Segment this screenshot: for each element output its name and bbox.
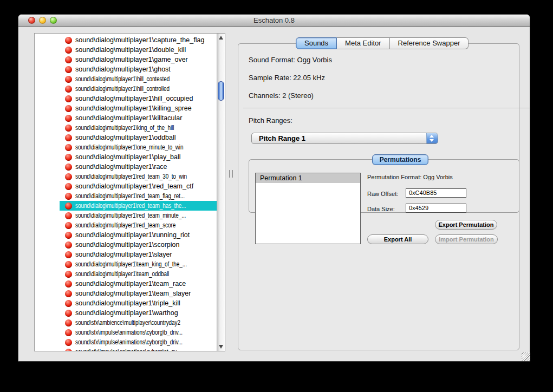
list-item-label: sound\dialog\multiplayer1\red_team_minut… bbox=[75, 212, 186, 219]
raw-offset-field[interactable]: 0xC40B85 bbox=[406, 188, 466, 198]
list-item-label: sound\dialog\multiplayer1\king_of_the_hi… bbox=[75, 124, 174, 132]
list-item[interactable]: sound\sfx\impulse\animations\cyborg\b_dr… bbox=[60, 328, 217, 337]
list-item-label: sound\dialog\multiplayer1\team_race bbox=[75, 280, 186, 288]
list-item[interactable]: sound\dialog\multiplayer1\ghost bbox=[60, 64, 217, 74]
red-dot-icon bbox=[65, 212, 72, 219]
list-item[interactable]: sound\dialog\multiplayer1\warthog bbox=[60, 308, 217, 318]
close-button[interactable] bbox=[28, 17, 35, 24]
list-item-label: sound\dialog\multiplayer1\play_ball bbox=[75, 153, 181, 161]
red-dot-icon bbox=[65, 193, 72, 200]
red-dot-icon bbox=[65, 339, 72, 346]
red-dot-icon bbox=[65, 280, 72, 288]
list-item[interactable]: sound\dialog\multiplayer1\scorpion bbox=[60, 240, 217, 250]
app-window: Eschaton 0.8 sound\dialog\multiplayer1\c… bbox=[18, 14, 530, 362]
list-item-label: sound\dialog\multiplayer1\red_team_30_to… bbox=[75, 173, 187, 180]
list-item[interactable]: sound\dialog\multiplayer1\triple_kill bbox=[60, 298, 217, 308]
list-item[interactable]: sound\dialog\multiplayer1\red_team_30_to… bbox=[60, 172, 217, 181]
list-item[interactable]: sound\dialog\multiplayer1\red_team_score bbox=[60, 220, 217, 230]
permutation-list: Permutation 1 bbox=[255, 173, 361, 244]
minimize-button[interactable] bbox=[39, 17, 46, 24]
separator-line bbox=[243, 108, 530, 108]
list-item[interactable]: sound\dialog\multiplayer1\team_king_of_t… bbox=[60, 259, 217, 269]
title-bar[interactable]: Eschaton 0.8 bbox=[18, 15, 530, 27]
list-item-label: sound\dialog\multiplayer1\team_slayer bbox=[75, 290, 191, 297]
list-item[interactable]: sound\dialog\multiplayer1\red_team_has_t… bbox=[60, 201, 217, 211]
list-item-label: sound\sfx\impulse\animations\cyborg\b_dr… bbox=[75, 329, 183, 336]
list-item[interactable]: sound\dialog\multiplayer1\red_team_flag_… bbox=[60, 191, 217, 201]
list-item[interactable]: sound\dialog\multiplayer1\capture_the_fl… bbox=[60, 35, 217, 45]
red-dot-icon bbox=[65, 115, 72, 122]
tab-meta-editor[interactable]: Meta Editor bbox=[337, 37, 389, 49]
permutation-list-item[interactable]: Permutation 1 bbox=[256, 173, 360, 183]
pitch-ranges-label: Pitch Ranges: bbox=[249, 116, 292, 125]
red-dot-icon bbox=[65, 37, 72, 44]
permutations-tab[interactable]: Permutations bbox=[372, 154, 428, 165]
list-item[interactable]: sound\dialog\multiplayer1\team_race bbox=[60, 279, 217, 289]
data-size-field[interactable]: 0x4529 bbox=[406, 204, 466, 213]
list-item[interactable]: sound\dialog\multiplayer1\red_team_ctf bbox=[60, 181, 217, 191]
scroll-down-arrow-icon[interactable] bbox=[217, 343, 225, 350]
vertical-scrollbar[interactable] bbox=[217, 34, 225, 351]
tab-reference-swapper[interactable]: Reference Swapper bbox=[390, 37, 469, 49]
red-dot-icon bbox=[65, 47, 72, 54]
red-dot-icon bbox=[65, 173, 72, 180]
list-item[interactable]: sound\sfx\impulse\animations\cyborg\st_g… bbox=[60, 347, 217, 351]
red-dot-icon bbox=[65, 300, 72, 307]
list-item-label: sound\dialog\multiplayer1\hill_controlle… bbox=[75, 85, 170, 93]
list-item[interactable]: sound\dialog\multiplayer1\team_slayer bbox=[60, 289, 217, 298]
list-item-label: sound\sfx\impulse\animations\cyborg\st_g… bbox=[75, 348, 181, 351]
channels-text: Channels: 2 (Stereo) bbox=[249, 92, 314, 100]
tab-sounds[interactable]: Sounds bbox=[296, 37, 337, 49]
list-item-label: sound\dialog\multiplayer1\triple_kill bbox=[75, 299, 180, 307]
list-item[interactable]: sound\sfx\ambience\multiplayer\countryda… bbox=[60, 318, 217, 328]
export-all-button[interactable]: Export All bbox=[367, 234, 428, 244]
list-item-label: sound\dialog\multiplayer1\running_riot bbox=[75, 231, 190, 239]
list-item[interactable]: sound\dialog\multiplayer1\oddball bbox=[60, 133, 217, 142]
list-item-label: sound\dialog\multiplayer1\red_team_has_t… bbox=[75, 202, 186, 210]
list-item-label: sound\dialog\multiplayer1\red_team_ctf bbox=[75, 182, 193, 190]
window-resize-grip[interactable] bbox=[522, 352, 530, 361]
list-item[interactable]: sound\dialog\multiplayer1\hill_occupied bbox=[60, 94, 217, 103]
red-dot-icon bbox=[65, 329, 72, 336]
list-item[interactable]: sound\dialog\multiplayer1\hill_controlle… bbox=[60, 84, 217, 94]
list-item-label: sound\dialog\multiplayer1\warthog bbox=[75, 309, 178, 317]
red-dot-icon bbox=[65, 183, 72, 190]
list-item-label: sound\dialog\multiplayer1\one_minute_to_… bbox=[75, 143, 183, 151]
pane-splitter-handle[interactable] bbox=[229, 170, 233, 178]
list-item[interactable]: sound\dialog\multiplayer1\game_over bbox=[60, 55, 217, 64]
scroll-up-arrow-icon[interactable] bbox=[217, 34, 225, 42]
list-item[interactable]: sound\dialog\multiplayer1\slayer bbox=[60, 250, 217, 259]
list-item[interactable]: sound\dialog\multiplayer1\one_minute_to_… bbox=[60, 142, 217, 152]
list-item[interactable]: sound\dialog\multiplayer1\hill_contested bbox=[60, 74, 217, 84]
list-item[interactable]: sound\sfx\impulse\animations\cyborg\b_dr… bbox=[60, 337, 217, 347]
red-dot-icon bbox=[65, 125, 72, 132]
red-dot-icon bbox=[65, 76, 72, 83]
list-item[interactable]: sound\dialog\multiplayer1\red_team_minut… bbox=[60, 211, 217, 220]
list-item[interactable]: sound\dialog\multiplayer1\running_riot bbox=[60, 230, 217, 240]
scroll-thumb[interactable] bbox=[218, 81, 224, 101]
red-dot-icon bbox=[65, 290, 72, 297]
list-item[interactable]: sound\dialog\multiplayer1\king_of_the_hi… bbox=[60, 123, 217, 133]
list-item-label: sound\dialog\multiplayer1\killing_spree bbox=[75, 104, 192, 112]
zoom-button[interactable] bbox=[50, 17, 57, 24]
list-item[interactable]: sound\dialog\multiplayer1\race bbox=[60, 162, 217, 172]
list-item[interactable]: sound\dialog\multiplayer1\team_oddball bbox=[60, 269, 217, 279]
permutation-format-text: Permutation Format: Ogg Vorbis bbox=[367, 174, 453, 180]
list-item-label: sound\dialog\multiplayer1\hill_occupied bbox=[75, 95, 193, 102]
list-item-label: sound\dialog\multiplayer1\race bbox=[75, 163, 167, 171]
list-item[interactable]: sound\dialog\multiplayer1\killing_spree bbox=[60, 103, 217, 113]
red-dot-icon bbox=[65, 86, 72, 93]
list-item[interactable]: sound\dialog\multiplayer1\play_ball bbox=[60, 152, 217, 162]
export-permutation-button[interactable]: Export Permutation bbox=[435, 220, 497, 230]
red-dot-icon bbox=[65, 241, 72, 249]
list-item-label: sound\dialog\multiplayer1\killtacular bbox=[75, 114, 182, 122]
popup-arrows-icon bbox=[426, 133, 438, 143]
list-item[interactable]: sound\dialog\multiplayer1\double_kill bbox=[60, 45, 217, 55]
pitch-range-popup[interactable]: Pitch Range 1 bbox=[251, 133, 438, 144]
list-item-label: sound\dialog\multiplayer1\game_over bbox=[75, 56, 188, 63]
tab-strip: SoundsMeta EditorReference Swapper bbox=[296, 37, 469, 49]
sound-list-rows: sound\dialog\multiplayer1\capture_the_fl… bbox=[35, 35, 217, 351]
import-permutation-button[interactable]: Import Permutation bbox=[435, 234, 498, 244]
red-dot-icon bbox=[65, 56, 72, 63]
list-item[interactable]: sound\dialog\multiplayer1\killtacular bbox=[60, 113, 217, 123]
